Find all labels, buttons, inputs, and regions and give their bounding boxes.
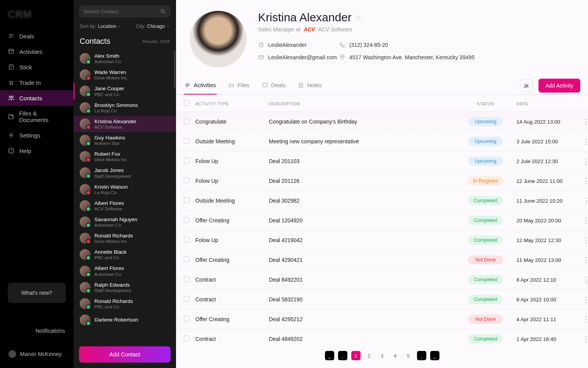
page-5[interactable]: 5	[404, 351, 413, 360]
contact-row[interactable]: Guy HawkinsNothern Star	[74, 132, 176, 148]
sort-filter[interactable]: Sort by: Location	[80, 24, 121, 29]
nav-item-trade-in[interactable]: Trade In	[0, 75, 74, 90]
search-icon	[160, 9, 166, 14]
cell-description: Deal 201103	[269, 158, 455, 164]
add-activity-button[interactable]: Add Activity	[538, 79, 580, 93]
contact-row[interactable]: Darlene Robertson	[74, 312, 176, 328]
row-menu-button[interactable]: ⋮	[578, 256, 588, 264]
status-badge: Upcoming	[468, 137, 503, 146]
cell-description: Deal 5832190	[269, 296, 455, 303]
nav-item-help[interactable]: Help	[0, 143, 74, 158]
contact-row[interactable]: Jane CooperPBC and Co	[74, 83, 176, 99]
nav-item-stick[interactable]: Stick	[0, 59, 74, 75]
contact-row[interactable]: Jacob JonesStaff Development	[74, 165, 176, 181]
nav-icon	[8, 64, 15, 71]
row-menu-button[interactable]: ⋮	[578, 117, 588, 126]
contact-row[interactable]: Ronald RichardsDrive Motors Inc	[74, 230, 176, 246]
page-first[interactable]: «	[325, 351, 334, 360]
filter-button[interactable]	[520, 79, 533, 92]
contact-row[interactable]: Ronald RichardsPBC and Co	[74, 296, 176, 312]
whats-new-card[interactable]: What's new?	[8, 283, 66, 303]
results-count: Results: 1028	[143, 39, 170, 44]
cell-activity-type: Folow Up	[195, 158, 269, 164]
contact-row[interactable]: Alex SmithAutoclean Co	[74, 50, 176, 67]
notifications-link[interactable]: Notifications	[6, 315, 67, 346]
page-4[interactable]: 4	[391, 351, 400, 360]
contact-row[interactable]: Brooklyn SimmonsLa Roja Co	[74, 100, 176, 116]
nav-item-contacts[interactable]: Contacts	[0, 90, 74, 106]
row-checkbox[interactable]	[184, 276, 190, 282]
nav-item-activities[interactable]: Activities	[0, 44, 74, 59]
tab-files[interactable]: Files	[227, 77, 250, 95]
profile-header: Kristina Alexander Sales Manager at ACV …	[176, 0, 588, 77]
contact-row[interactable]: Wade WarrenDrive Motors Inc.	[74, 67, 176, 83]
row-menu-button[interactable]: ⋮	[578, 157, 588, 165]
add-contact-button[interactable]: Add Contact	[79, 346, 171, 363]
nav-label: Help	[19, 148, 31, 154]
page-last[interactable]: »	[430, 351, 439, 360]
pin-icon	[339, 54, 345, 60]
contact-row[interactable]: Kristin WatsonLa Roja Co	[74, 181, 176, 198]
page-prev[interactable]: ‹	[338, 351, 347, 360]
search-input[interactable]	[84, 9, 160, 14]
contact-row[interactable]: Robert FoxDrive Motors Inc	[74, 148, 176, 165]
row-checkbox[interactable]	[184, 118, 190, 124]
row-menu-button[interactable]: ⋮	[578, 315, 588, 323]
nav-item-deals[interactable]: Deals	[0, 28, 74, 44]
cell-activity-type: Contract	[195, 336, 269, 342]
row-checkbox[interactable]	[184, 316, 190, 322]
nav-label: Settings	[19, 132, 40, 139]
cell-activity-type: Contract	[195, 277, 269, 283]
tab-deals[interactable]: Deals	[261, 77, 286, 95]
page-3[interactable]: 3	[378, 351, 387, 360]
svg-point-16	[526, 85, 527, 86]
page-1[interactable]: 1	[351, 351, 361, 360]
avatar	[80, 266, 91, 277]
contact-company: Autoclean Co	[94, 272, 124, 277]
row-checkbox[interactable]	[184, 335, 190, 341]
row-menu-button[interactable]: ⋮	[578, 295, 588, 304]
row-checkbox[interactable]	[184, 217, 190, 223]
row-checkbox[interactable]	[184, 296, 190, 302]
row-checkbox[interactable]	[184, 177, 190, 183]
cell-description: Deal 302982	[269, 198, 455, 204]
tab-notes[interactable]: Notes	[297, 77, 323, 95]
row-menu-button[interactable]: ⋮	[578, 216, 588, 225]
row-checkbox[interactable]	[184, 138, 190, 144]
table-row: Offer CreatingDeal 4290421Not Done11 May…	[176, 250, 588, 270]
row-menu-button[interactable]: ⋮	[578, 236, 588, 244]
row-checkbox[interactable]	[184, 256, 190, 262]
tab-activities[interactable]: Activities	[184, 77, 217, 95]
row-menu-button[interactable]: ⋮	[578, 137, 588, 146]
page-next[interactable]: ›	[417, 351, 426, 360]
row-menu-button[interactable]: ⋮	[578, 335, 588, 343]
row-menu-button[interactable]: ⋮	[578, 177, 588, 185]
sidebar-nav: CRM DealsActivitiesStickTrade InContacts…	[0, 0, 74, 368]
svg-point-9	[358, 17, 359, 18]
row-checkbox[interactable]	[184, 158, 190, 163]
nav-item-settings[interactable]: Settings	[0, 127, 74, 143]
row-checkbox[interactable]	[184, 237, 190, 242]
row-menu-button[interactable]: ⋮	[578, 196, 588, 205]
contact-list[interactable]: Alex SmithAutoclean CoWade WarrenDrive M…	[74, 50, 176, 341]
row-menu-button[interactable]: ⋮	[578, 275, 588, 284]
table-row: Outside MeetingDeal 302982Completed11 Ju…	[176, 191, 588, 211]
gear-icon[interactable]	[356, 14, 362, 21]
contact-row[interactable]: Ralph EdwardsStaff Development	[74, 279, 176, 296]
current-user[interactable]: Marvin McKinney	[6, 346, 67, 362]
contact-row[interactable]: Kristina AlexanderACV Software	[74, 116, 176, 132]
row-checkbox[interactable]	[184, 197, 190, 203]
contact-row[interactable]: Albert FloresACV Software	[74, 198, 176, 214]
city-filter[interactable]: City: Chicago	[136, 24, 170, 29]
search-input-wrap[interactable]	[79, 5, 171, 17]
contact-row[interactable]: Annette BlackPBC and Co	[74, 246, 176, 263]
select-all-checkbox[interactable]	[184, 100, 190, 106]
contact-row[interactable]: Savannah NguyenAutoclean Co	[74, 214, 176, 230]
contact-name: Jacob Jones	[94, 167, 131, 174]
page-2[interactable]: 2	[364, 351, 374, 360]
contact-row[interactable]: Albert FloresAutoclean Co	[74, 263, 176, 279]
avatar	[80, 69, 91, 80]
avatar	[80, 249, 91, 260]
nav-item-files-documents[interactable]: Files & Documents	[0, 106, 74, 127]
cell-description: Deal 201126	[269, 178, 455, 184]
